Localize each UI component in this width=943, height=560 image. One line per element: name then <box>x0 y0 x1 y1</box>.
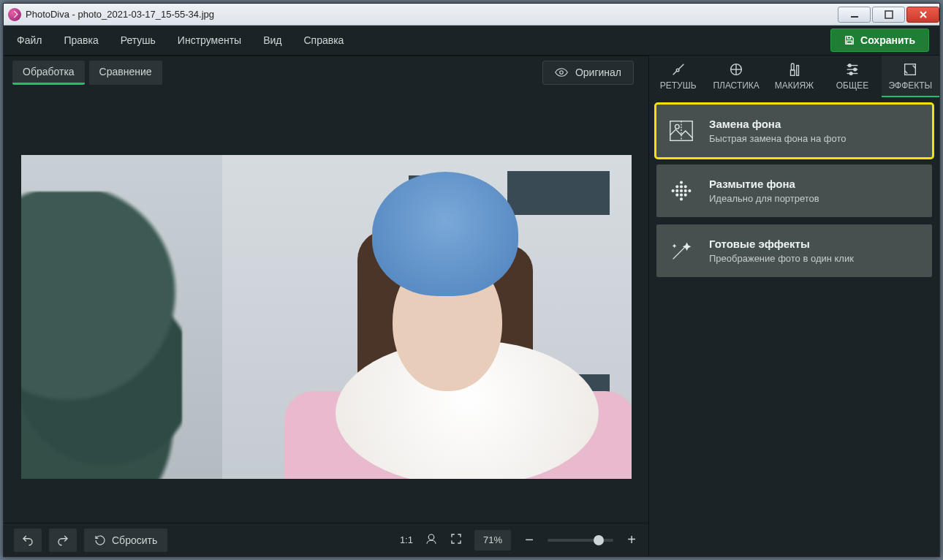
face-detect-button[interactable] <box>425 532 438 548</box>
close-button[interactable] <box>906 7 939 23</box>
save-button[interactable]: Сохранить <box>830 29 929 52</box>
svg-point-29 <box>681 190 683 192</box>
svg-rect-11 <box>791 63 794 69</box>
svg-rect-4 <box>847 37 850 39</box>
menu-help[interactable]: Справка <box>300 31 346 49</box>
undo-button[interactable] <box>14 529 42 552</box>
side-tab-general-label: ОБЩЕЕ <box>836 80 868 91</box>
left-column: Сбросить 1:1 71% − + <box>4 97 648 556</box>
maximize-icon <box>884 10 894 20</box>
sliders-icon <box>844 61 860 77</box>
svg-point-7 <box>676 69 679 72</box>
minimize-button[interactable] <box>838 7 871 23</box>
menu-retouch[interactable]: Ретушь <box>118 31 159 49</box>
side-tab-retouch-label: РЕТУШЬ <box>660 80 697 91</box>
side-tab-makeup[interactable]: МАКИЯЖ <box>765 56 823 97</box>
plastika-icon <box>728 61 744 77</box>
ratio-button[interactable]: 1:1 <box>400 534 413 545</box>
svg-point-6 <box>560 71 564 75</box>
svg-rect-12 <box>790 69 795 75</box>
titlebar: PhotoDiva - photo_2021-03-17_15-55-34.jp… <box>4 4 939 26</box>
retouch-icon <box>670 61 686 77</box>
original-toggle[interactable]: Оригинал <box>542 61 634 85</box>
close-icon <box>918 10 928 20</box>
toolbar-container: Обработка Сравнение Оригинал РЕТУШЬ ПЛАС… <box>4 55 939 97</box>
effects-icon <box>902 61 918 77</box>
tab-edit-label: Обработка <box>23 66 75 77</box>
redo-button[interactable] <box>49 529 77 552</box>
fullscreen-icon <box>450 532 463 545</box>
svg-point-26 <box>676 186 678 188</box>
svg-rect-20 <box>905 64 916 75</box>
svg-point-23 <box>675 124 679 129</box>
zoom-slider[interactable] <box>548 539 613 542</box>
svg-point-37 <box>681 194 683 196</box>
menubar: Файл Правка Ретушь Инструменты Вид Справ… <box>4 26 939 55</box>
window-title: PhotoDiva - photo_2021-03-17_15-55-34.jp… <box>26 9 214 20</box>
svg-point-17 <box>848 64 851 67</box>
effect-title: Готовые эффекты <box>709 238 854 250</box>
photo-preview <box>21 155 632 479</box>
redo-icon <box>56 534 69 547</box>
effect-subtitle: Преображение фото в один клик <box>709 253 854 264</box>
maximize-button[interactable] <box>872 7 905 23</box>
svg-point-27 <box>676 194 678 196</box>
svg-point-21 <box>428 534 434 540</box>
app-window: PhotoDiva - photo_2021-03-17_15-55-34.jp… <box>3 3 940 557</box>
svg-rect-13 <box>796 65 798 75</box>
body-row: Сбросить 1:1 71% − + <box>4 97 939 556</box>
svg-point-30 <box>681 198 683 200</box>
side-tab-plastika[interactable]: ПЛАСТИКА <box>707 56 765 97</box>
tab-compare[interactable]: Сравнение <box>89 61 162 85</box>
svg-point-36 <box>681 186 683 188</box>
reset-label: Сбросить <box>112 534 157 546</box>
svg-point-18 <box>854 68 857 71</box>
menu-instruments[interactable]: Инструменты <box>175 31 244 49</box>
svg-point-31 <box>684 186 686 188</box>
effect-subtitle: Идеально для портретов <box>709 193 819 204</box>
effect-title: Замена фона <box>709 118 846 130</box>
zoom-controls: 1:1 71% − + <box>400 530 638 550</box>
toolbar-row: Обработка Сравнение Оригинал <box>4 56 648 88</box>
magic-wand-icon <box>667 236 696 265</box>
svg-point-25 <box>672 190 674 192</box>
fullscreen-button[interactable] <box>450 532 463 548</box>
svg-rect-1 <box>885 11 893 18</box>
svg-point-28 <box>681 181 683 183</box>
save-label: Сохранить <box>860 34 915 46</box>
side-tab-makeup-label: МАКИЯЖ <box>775 80 814 91</box>
blur-bg-icon <box>667 176 696 205</box>
original-label: Оригинал <box>575 67 621 78</box>
svg-point-19 <box>849 72 852 75</box>
zoom-out-button[interactable]: − <box>523 531 536 548</box>
effect-blur-background[interactable]: Размытие фона Идеально для портретов <box>656 164 932 217</box>
makeup-icon <box>787 61 803 77</box>
menu-view[interactable]: Вид <box>260 31 284 49</box>
canvas[interactable] <box>4 97 648 523</box>
side-tab-effects[interactable]: ЭФФЕКТЫ <box>882 56 939 97</box>
window-controls <box>836 7 939 23</box>
effects-list: Замена фона Быстрая замена фона на фото <box>649 97 939 284</box>
effects-panel: Замена фона Быстрая замена фона на фото <box>648 97 939 556</box>
face-icon <box>425 532 438 545</box>
effect-subtitle: Быстрая замена фона на фото <box>709 133 846 144</box>
effect-presets[interactable]: Готовые эффекты Преображение фото в один… <box>656 224 932 277</box>
effect-title: Размытие фона <box>709 178 819 190</box>
side-tab-general[interactable]: ОБЩЕЕ <box>823 56 881 97</box>
svg-point-32 <box>684 194 686 196</box>
reset-button[interactable]: Сбросить <box>84 529 167 552</box>
save-icon <box>844 35 855 45</box>
side-tabs: РЕТУШЬ ПЛАСТИКА МАКИЯЖ ОБЩЕЕ ЭФФЕКТЫ <box>648 56 939 97</box>
svg-point-34 <box>676 190 678 192</box>
effect-replace-background[interactable]: Замена фона Быстрая замена фона на фото <box>656 105 932 157</box>
zoom-in-button[interactable]: + <box>625 531 638 548</box>
menu-edit[interactable]: Правка <box>61 31 101 49</box>
app-icon <box>8 8 21 21</box>
undo-icon <box>21 534 34 547</box>
tab-edit[interactable]: Обработка <box>12 61 85 85</box>
zoom-value[interactable]: 71% <box>474 530 511 550</box>
reset-icon <box>94 534 106 546</box>
menu-file[interactable]: Файл <box>14 31 45 49</box>
svg-point-35 <box>684 190 686 192</box>
side-tab-retouch[interactable]: РЕТУШЬ <box>649 56 707 97</box>
